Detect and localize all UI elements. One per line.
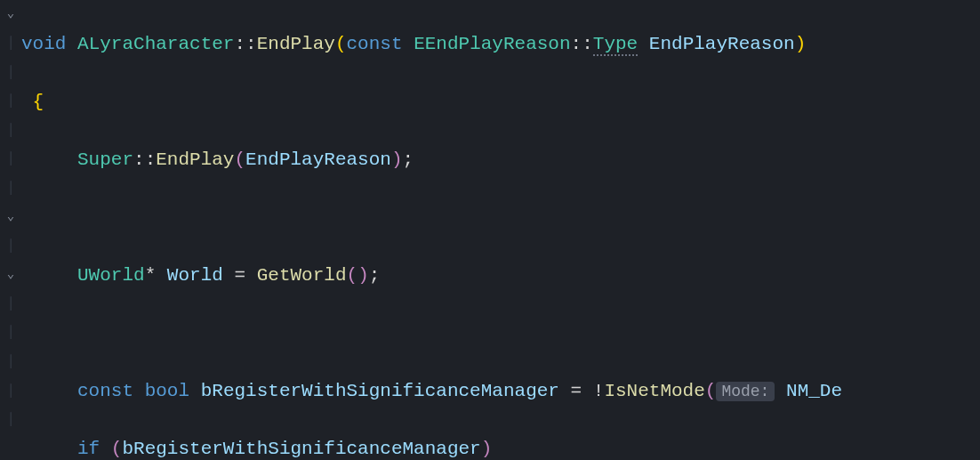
inlay-hint: Mode:	[716, 382, 775, 401]
indent-guide: │	[7, 179, 14, 198]
class-name: Super	[77, 149, 133, 170]
paren-open: (	[347, 265, 358, 286]
paren-close: )	[481, 439, 493, 459]
keyword-const: const	[77, 381, 133, 401]
equals: =	[571, 381, 582, 401]
semicolon: ;	[369, 265, 381, 286]
keyword-const: const	[347, 34, 403, 54]
fold-chevron-icon[interactable]: ⌄	[7, 265, 14, 285]
indent-guide: │	[7, 295, 14, 314]
paren-open: (	[111, 439, 123, 459]
scope-operator: ::	[234, 34, 256, 54]
equals: =	[234, 265, 245, 286]
code-line[interactable]: Super::EndPlay(EndPlayReason);	[21, 146, 842, 175]
indent-guide: │	[7, 237, 14, 256]
indent-guide: │	[7, 410, 14, 430]
variable: World	[167, 265, 223, 286]
code-line[interactable]: const bool bRegisterWithSignificanceMana…	[21, 377, 842, 407]
keyword-bool: bool	[145, 381, 189, 401]
pointer-star: *	[145, 265, 157, 286]
keyword-if: if	[77, 439, 100, 459]
type-member: Type	[593, 34, 638, 56]
paren-open: (	[705, 381, 717, 401]
function-name: EndPlay	[257, 34, 335, 54]
parameter: EndPlayReason	[649, 34, 795, 54]
variable: bRegisterWithSignificanceManager	[122, 439, 480, 459]
code-line[interactable]: {	[21, 88, 842, 117]
type-name: EEndPlayReason	[414, 34, 570, 54]
paren-close: )	[391, 149, 403, 170]
paren-close: )	[795, 34, 807, 54]
fold-chevron-icon[interactable]: ⌄	[7, 4, 14, 24]
scope-operator: ::	[571, 34, 593, 54]
indent-guide: │	[7, 382, 14, 401]
gutter: ⌄ │ │ │ │ │ │ ⌄ │ ⌄ │ │ │ │ │	[0, 0, 21, 460]
indent-guide: │	[7, 63, 14, 83]
variable: bRegisterWithSignificanceManager	[201, 381, 559, 401]
code-line[interactable]: UWorld* World = GetWorld();	[21, 262, 842, 291]
function-call: GetWorld	[257, 265, 347, 286]
code-editor[interactable]: void ALyraCharacter::EndPlay(const EEndP…	[21, 0, 842, 460]
fold-chevron-icon[interactable]: ⌄	[7, 207, 14, 227]
class-name: ALyraCharacter	[77, 34, 234, 54]
indent-guide: │	[7, 121, 14, 141]
brace-open: {	[33, 92, 44, 112]
type-name: UWorld	[77, 265, 145, 286]
semicolon: ;	[403, 149, 414, 170]
indent-guide: │	[7, 323, 14, 343]
keyword-void: void	[21, 34, 66, 54]
code-line[interactable]: void ALyraCharacter::EndPlay(const EEndP…	[21, 30, 842, 60]
scope-operator: ::	[133, 149, 156, 170]
code-line[interactable]: if (bRegisterWithSignificanceManager)	[21, 435, 842, 460]
function-call: IsNetMode	[604, 381, 704, 401]
indent-guide: │	[7, 34, 14, 53]
indent-guide: │	[7, 149, 14, 169]
code-line[interactable]	[21, 204, 842, 233]
code-line[interactable]	[21, 319, 842, 349]
paren-open: (	[234, 149, 245, 170]
paren-close: )	[357, 265, 369, 286]
argument: EndPlayReason	[245, 149, 391, 170]
not-operator: !	[593, 381, 605, 401]
argument: NM_De	[786, 381, 842, 401]
indent-guide: │	[7, 92, 14, 111]
function-call: EndPlay	[156, 149, 234, 170]
paren-open: (	[335, 34, 347, 54]
indent-guide: │	[7, 352, 14, 372]
